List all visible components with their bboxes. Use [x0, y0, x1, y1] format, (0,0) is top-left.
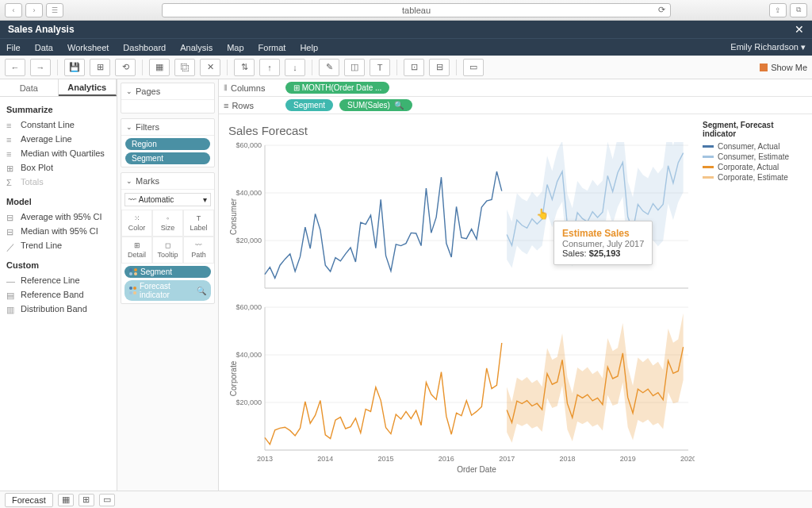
svg-text:2014: 2014: [317, 455, 333, 463]
tab-data[interactable]: Data: [0, 79, 59, 96]
chart-viewport[interactable]: Sales Forecast $20,000$40,000$60,000Cons…: [219, 114, 698, 491]
chevron-down-icon[interactable]: ⌄: [126, 123, 132, 131]
tooltip-title: Estimate Sales: [562, 228, 644, 239]
color-shelf-forecast[interactable]: Forecast indicator🔍: [124, 280, 211, 301]
analytics-dist-band[interactable]: ▥Distribution Band: [0, 302, 117, 316]
color-shelf-segment[interactable]: Segment: [124, 266, 211, 278]
svg-text:2017: 2017: [499, 455, 515, 463]
redo-button[interactable]: →: [30, 59, 51, 76]
new-sheet-button[interactable]: ▦: [149, 59, 170, 76]
analytics-box-plot[interactable]: ⊞Box Plot: [0, 160, 117, 175]
filter-pill-region[interactable]: Region: [125, 138, 210, 150]
menu-format[interactable]: Format: [259, 43, 286, 52]
menu-dashboard[interactable]: Dashboard: [123, 43, 166, 52]
path-icon: 〰: [195, 241, 202, 249]
legend-title: Segment, Forecast indicator: [703, 121, 807, 138]
browser-toolbar: ‹ › ☰ tableau ⟳ ⇪ ⧉: [0, 0, 812, 21]
mark-size[interactable]: ◦Size: [152, 210, 183, 237]
legend-item[interactable]: Consumer, Estimate: [703, 152, 807, 162]
sheet-tab-forecast[interactable]: Forecast: [5, 493, 53, 507]
labels-button[interactable]: T: [370, 59, 390, 76]
clear-button[interactable]: ✕: [200, 59, 220, 76]
legend-item[interactable]: Consumer, Actual: [703, 141, 807, 152]
tabs-button[interactable]: ⧉: [790, 3, 807, 17]
rows-pill-sales[interactable]: SUM(Sales) 🔍: [339, 99, 412, 111]
mark-tooltip[interactable]: ◻Tooltip: [152, 237, 183, 264]
fix-axes-button[interactable]: ⊟: [429, 59, 450, 76]
mark-label[interactable]: TLabel: [183, 210, 214, 237]
marks-card: ⌄Marks 〰 Automatic▾ ⁙Color ◦Size TLabel …: [121, 172, 215, 304]
cursor-icon: 👆: [536, 208, 549, 220]
svg-text:2016: 2016: [439, 455, 454, 463]
sort-desc-button[interactable]: ↓: [285, 59, 305, 76]
new-data-button[interactable]: ⊞: [90, 59, 110, 76]
filter-pill-segment[interactable]: Segment: [125, 152, 210, 164]
new-worksheet-button[interactable]: ▦: [58, 494, 74, 506]
size-icon: ◦: [167, 214, 169, 222]
share-button[interactable]: ⇪: [769, 3, 787, 17]
rows-pill-segment[interactable]: Segment: [285, 99, 333, 111]
fit-button[interactable]: ⊡: [404, 59, 424, 76]
new-dashboard-button[interactable]: ⊞: [79, 494, 94, 506]
rows-shelf[interactable]: ≡Rows Segment SUM(Sales) 🔍: [219, 97, 812, 114]
analytics-average-line[interactable]: ≡Average Line: [0, 132, 117, 146]
filters-card: ⌄Filters Region Segment: [121, 118, 215, 167]
new-story-button[interactable]: ▭: [99, 494, 115, 506]
analytics-avg-ci[interactable]: ⊟Average with 95% CI: [0, 210, 117, 224]
view-pane: ⦀Columns ⊞ MONTH(Order Date ... ≡Rows Se…: [219, 79, 812, 491]
menu-map[interactable]: Map: [227, 43, 243, 52]
auto-update-button[interactable]: ⟲: [115, 59, 136, 76]
menu-analysis[interactable]: Analysis: [180, 43, 213, 52]
analytics-trend-line[interactable]: ／Trend Line: [0, 238, 117, 252]
mark-type-select[interactable]: 〰 Automatic▾: [124, 193, 211, 206]
chevron-down-icon[interactable]: ⌄: [126, 87, 132, 95]
tab-analytics[interactable]: Analytics: [59, 79, 117, 96]
chevron-down-icon[interactable]: ⌄: [126, 177, 132, 185]
footer: Forecast ▦ ⊞ ▭: [0, 491, 812, 508]
presentation-button[interactable]: ▭: [463, 59, 484, 76]
label-icon: T: [197, 214, 201, 222]
address-bar[interactable]: tableau ⟳: [162, 3, 671, 17]
mark-path[interactable]: 〰Path: [183, 237, 214, 264]
tooltip-icon: ◻: [165, 241, 170, 249]
highlight-button[interactable]: ✎: [319, 59, 339, 76]
duplicate-button[interactable]: ⿻: [174, 59, 195, 76]
svg-text:$20,000: $20,000: [236, 398, 262, 406]
address-text: tableau: [402, 6, 431, 15]
sidebar-button[interactable]: ☰: [46, 3, 63, 17]
legend-item[interactable]: Corporate, Estimate: [703, 172, 807, 183]
mark-color[interactable]: ⁙Color: [121, 210, 152, 237]
svg-text:2013: 2013: [257, 455, 273, 463]
save-button[interactable]: 💾: [64, 59, 85, 76]
menu-file[interactable]: File: [6, 43, 21, 52]
reload-icon[interactable]: ⟳: [658, 5, 665, 15]
detail-icon: ⊞: [134, 241, 140, 249]
menu-data[interactable]: Data: [35, 43, 53, 52]
summarize-heading: Summarize: [0, 97, 117, 117]
undo-button[interactable]: ←: [5, 59, 25, 76]
mark-detail[interactable]: ⊞Detail: [121, 237, 152, 264]
columns-shelf[interactable]: ⦀Columns ⊞ MONTH(Order Date ...: [219, 79, 812, 97]
svg-text:Order Date: Order Date: [457, 465, 496, 474]
analytics-median-ci[interactable]: ⊟Median with 95% CI: [0, 224, 117, 238]
user-menu[interactable]: Emily Richardson ▾: [730, 42, 806, 52]
forward-button[interactable]: ›: [25, 3, 43, 17]
sort-asc-button[interactable]: ↑: [259, 59, 280, 76]
analytics-constant-line[interactable]: ≡Constant Line: [0, 117, 117, 132]
legend-item[interactable]: Corporate, Actual: [703, 162, 807, 172]
svg-text:$40,000: $40,000: [236, 351, 262, 359]
menu-help[interactable]: Help: [300, 43, 318, 52]
group-button[interactable]: ◫: [344, 59, 365, 76]
columns-pill-date[interactable]: ⊞ MONTH(Order Date ...: [285, 82, 389, 94]
chart-title: Sales Forecast: [228, 124, 695, 137]
analytics-median-quartiles[interactable]: ≡Median with Quartiles: [0, 146, 117, 160]
analytics-ref-band[interactable]: ▤Reference Band: [0, 287, 117, 302]
show-me-button[interactable]: Show Me: [760, 63, 807, 72]
menu-worksheet[interactable]: Worksheet: [67, 43, 109, 52]
swap-button[interactable]: ⇅: [234, 59, 255, 76]
close-icon[interactable]: ✕: [795, 23, 804, 36]
analytics-ref-line[interactable]: —Reference Line: [0, 273, 117, 287]
back-button[interactable]: ‹: [5, 3, 22, 17]
analytics-totals: ΣTotals: [0, 175, 117, 189]
svg-text:$20,000: $20,000: [236, 237, 262, 244]
